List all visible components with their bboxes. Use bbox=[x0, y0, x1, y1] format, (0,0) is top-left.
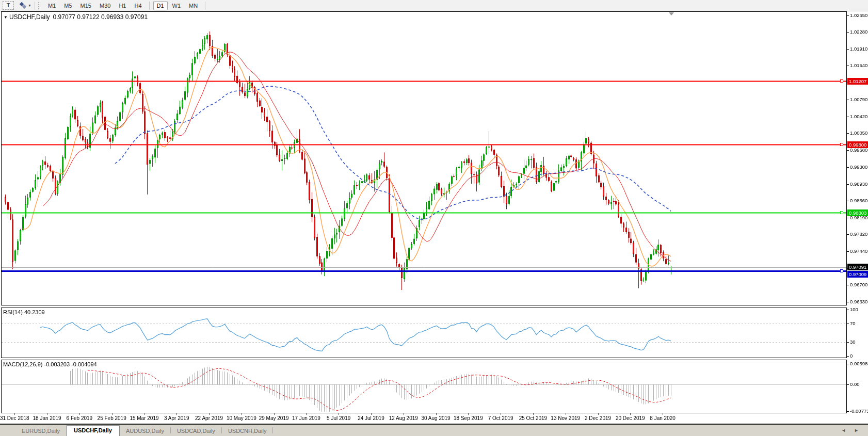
price-axis-label: 0.96330 bbox=[850, 299, 867, 305]
macd-axis-label: 0.005986 bbox=[850, 361, 868, 367]
price-axis-label: 1.00050 bbox=[850, 130, 867, 136]
toolbar-separator bbox=[205, 2, 205, 10]
date-axis-label: 25 Feb 2019 bbox=[98, 415, 126, 421]
macd-axis-label: 0.00 bbox=[850, 381, 860, 387]
date-axis-label: 13 Nov 2019 bbox=[551, 415, 580, 421]
rsi-axis-label: 0 bbox=[850, 353, 853, 359]
chart-tab-eurusd[interactable]: EURUSD,Daily bbox=[15, 426, 66, 436]
rsi-axis-label: 30 bbox=[850, 339, 856, 345]
date-axis-label: 8 Jan 2020 bbox=[650, 415, 676, 421]
price-axis-label: 1.02280 bbox=[850, 29, 867, 35]
chart-title-ohlc: 0.97077 0.97122 0.96933 0.97091 bbox=[53, 13, 148, 21]
date-axis-label: 2 Dec 2019 bbox=[585, 415, 611, 421]
macd-axis-label: -0.007731 bbox=[850, 408, 868, 414]
timeframe-button-m15[interactable]: M15 bbox=[77, 1, 95, 10]
timeframe-button-mn[interactable]: MN bbox=[185, 1, 201, 10]
timeframe-button-m30[interactable]: M30 bbox=[96, 1, 114, 10]
date-axis-label: 18 Sep 2019 bbox=[454, 415, 483, 421]
date-axis-label: 5 Jul 2019 bbox=[327, 415, 350, 421]
date-axis-label: 6 Feb 2019 bbox=[67, 415, 93, 421]
text-tool-button[interactable]: T bbox=[3, 1, 14, 10]
tab-scroll-right-icon[interactable]: ► bbox=[854, 428, 859, 433]
chart-title: ▼USDCHF,Daily0.97077 0.97122 0.96933 0.9… bbox=[4, 13, 148, 21]
timeframe-button-m1[interactable]: M1 bbox=[44, 1, 59, 10]
timeframe-button-h1[interactable]: H1 bbox=[115, 1, 130, 10]
price-tag[interactable]: 0.99800 bbox=[847, 141, 868, 148]
price-axis-label: 0.96700 bbox=[850, 282, 867, 288]
price-axis-label: 0.98560 bbox=[850, 198, 867, 204]
chart-tabs: EURUSD,DailyUSDCHF,DailyAUDUSD,DailyUSDC… bbox=[15, 425, 273, 436]
date-axis-label: 10 May 2019 bbox=[227, 415, 256, 421]
date-axis-label: 18 Jan 2019 bbox=[33, 415, 61, 421]
price-axis-label: 0.97820 bbox=[850, 231, 867, 237]
date-axis-label: 30 Aug 2019 bbox=[421, 415, 450, 421]
timeframe-button-h4[interactable]: H4 bbox=[131, 1, 145, 10]
toolbar-separator bbox=[149, 2, 150, 10]
price-axis-label: 1.00790 bbox=[850, 96, 867, 103]
date-axis-label: 24 Jul 2019 bbox=[358, 415, 384, 421]
date-axis-label: 31 Dec 2018 bbox=[0, 415, 29, 421]
price-tag: 0.97091 bbox=[847, 264, 868, 270]
date-axis-label: 12 Aug 2019 bbox=[389, 415, 418, 421]
rsi-label: RSI(14) 40.2309 bbox=[3, 309, 45, 315]
date-axis-label: 22 Apr 2019 bbox=[195, 415, 223, 421]
hline-handle[interactable] bbox=[840, 211, 843, 214]
chart-title-symbol: USDCHF,Daily bbox=[9, 13, 50, 21]
chart-tab-usdcad[interactable]: USDCAD,Daily bbox=[171, 426, 221, 436]
tab-scroll-left-icon[interactable]: ◄ bbox=[841, 428, 846, 433]
dropdown-caret-icon[interactable]: ▼ bbox=[28, 4, 31, 7]
date-axis-label: 29 May 2019 bbox=[259, 415, 289, 421]
window-menu-icon[interactable]: ▼ bbox=[4, 15, 8, 20]
hline-handle[interactable] bbox=[840, 269, 843, 272]
price-axis-label: 1.01540 bbox=[850, 62, 867, 69]
price-axis-label: 0.99300 bbox=[850, 164, 867, 170]
toolbar: T ▼ M1M5M15M30H1H4D1W1MN bbox=[0, 0, 868, 11]
rsi-axis-label: 100 bbox=[850, 306, 858, 313]
price-axis-label: 1.01910 bbox=[850, 46, 867, 52]
chart-tab-bar: EURUSD,DailyUSDCHF,DailyAUDUSD,DailyUSDC… bbox=[0, 425, 868, 436]
price-axis-label: 1.02650 bbox=[850, 12, 867, 19]
date-axis-label: 7 Oct 2019 bbox=[488, 415, 513, 421]
tab-divider bbox=[272, 427, 273, 433]
chart-canvas[interactable] bbox=[0, 0, 868, 436]
chart-tab-usdcnh[interactable]: USDCNH,Daily bbox=[222, 426, 273, 436]
hline-handle[interactable] bbox=[840, 79, 843, 83]
price-tag[interactable]: 0.97009 bbox=[847, 271, 868, 278]
timeframe-button-w1[interactable]: W1 bbox=[169, 1, 185, 10]
style-tool-button[interactable]: ▼ bbox=[18, 2, 31, 10]
macd-label: MACD(12,26,9) -0.003203 -0.004094 bbox=[3, 361, 97, 367]
chart-tab-audusd[interactable]: AUDUSD,Daily bbox=[120, 426, 170, 436]
chart-tab-usdchf[interactable]: USDCHF,Daily bbox=[66, 425, 120, 436]
toolbar-separator bbox=[35, 2, 35, 10]
price-tag[interactable]: 1.01207 bbox=[847, 78, 868, 85]
toolbar-grip[interactable] bbox=[38, 2, 41, 9]
price-axis-label: 0.98930 bbox=[850, 181, 867, 187]
rsi-axis-label: 70 bbox=[850, 320, 856, 327]
date-axis-label: 20 Dec 2019 bbox=[616, 415, 645, 421]
date-axis-label: 17 Jun 2019 bbox=[292, 415, 320, 421]
hline-handle[interactable] bbox=[840, 143, 843, 146]
mt4-window: T ▼ M1M5M15M30H1H4D1W1MN ▼USDCHF,Daily0.… bbox=[0, 0, 868, 436]
date-axis-label: 25 Oct 2019 bbox=[519, 415, 547, 421]
timeframe-button-d1[interactable]: D1 bbox=[153, 1, 168, 10]
timeframe-button-m5[interactable]: M5 bbox=[60, 1, 75, 10]
date-axis-label: 3 Apr 2019 bbox=[164, 415, 189, 421]
price-axis-label: 1.00420 bbox=[850, 114, 867, 120]
tab-scroll-arrows: ◄ ► bbox=[841, 428, 859, 433]
price-tag[interactable]: 0.98303 bbox=[847, 209, 868, 216]
timeframe-bar: M1M5M15M30H1H4D1W1MN bbox=[44, 0, 208, 11]
price-axis-label: 0.97440 bbox=[850, 248, 867, 254]
date-axis-label: 15 Mar 2019 bbox=[130, 415, 158, 421]
